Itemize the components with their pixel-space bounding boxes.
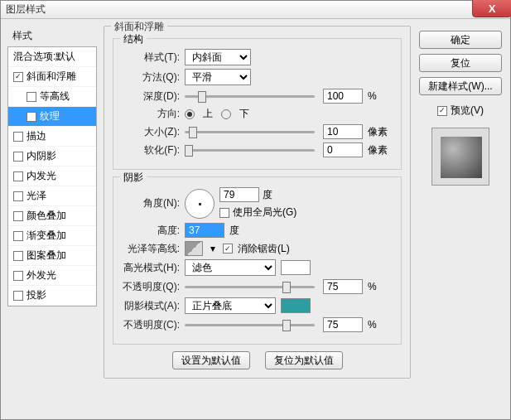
gloss-contour-swatch[interactable] xyxy=(185,241,203,256)
style-item-label: 颜色叠加 xyxy=(27,209,66,223)
style-checkbox[interactable] xyxy=(13,72,23,82)
style-checkbox[interactable] xyxy=(13,251,23,261)
percent-unit: % xyxy=(368,90,393,102)
bevel-group: 斜面和浮雕 结构 样式(T): 内斜面 方法(Q): 平滑 深度(D): xyxy=(104,26,411,379)
antialias-checkbox[interactable] xyxy=(223,244,233,253)
style-item[interactable]: 光泽 xyxy=(8,186,96,206)
gloss-label: 光泽等高线: xyxy=(122,242,180,256)
style-item[interactable]: 内发光 xyxy=(8,167,96,186)
style-checkbox[interactable] xyxy=(13,152,23,162)
highlight-opacity-slider[interactable] xyxy=(185,280,315,293)
style-item-label: 渐变叠加 xyxy=(27,229,66,243)
style-checkbox[interactable] xyxy=(27,92,36,102)
soften-label: 软化(F): xyxy=(122,143,180,157)
style-item-label: 描边 xyxy=(27,129,46,143)
style-item[interactable]: 描边 xyxy=(8,127,96,147)
style-item-label: 等高线 xyxy=(40,89,70,104)
style-item-label: 光泽 xyxy=(27,189,46,203)
style-item[interactable]: 内阴影 xyxy=(8,147,96,167)
shadow-opacity-input[interactable] xyxy=(323,317,363,332)
preview-checkbox[interactable] xyxy=(437,106,447,116)
shadow-mode-combo[interactable]: 正片叠底 xyxy=(185,297,276,314)
style-item[interactable]: 图案叠加 xyxy=(8,246,96,266)
px-unit: 像素 xyxy=(368,125,393,139)
size-label: 大小(Z): xyxy=(122,125,180,139)
style-list: 混合选项:默认斜面和浮雕等高线纹理描边内阴影内发光光泽颜色叠加渐变叠加图案叠加外… xyxy=(7,46,97,307)
style-item[interactable]: 等高线 xyxy=(8,87,96,107)
style-combo[interactable]: 内斜面 xyxy=(185,49,251,65)
angle-dial[interactable] xyxy=(185,189,215,219)
altitude-input[interactable] xyxy=(185,223,224,238)
style-item-label: 内发光 xyxy=(27,169,56,183)
angle-input[interactable] xyxy=(219,187,259,202)
antialias-label: 消除锯齿(L) xyxy=(238,242,290,256)
highlight-color[interactable] xyxy=(281,260,311,275)
styles-sidebar: 样式 混合选项:默认斜面和浮雕等高线纹理描边内阴影内发光光泽颜色叠加渐变叠加图案… xyxy=(7,26,97,413)
dir-up-radio[interactable] xyxy=(185,109,195,119)
angle-label: 角度(N): xyxy=(122,196,180,210)
technique-combo[interactable]: 平滑 xyxy=(185,69,251,85)
titlebar: 图层样式 X xyxy=(1,1,510,19)
style-checkbox[interactable] xyxy=(27,112,36,122)
preview-thumbnail xyxy=(431,128,489,186)
size-slider[interactable] xyxy=(185,125,315,138)
size-input[interactable] xyxy=(323,124,363,139)
style-checkbox[interactable] xyxy=(13,231,23,241)
chevron-down-icon[interactable]: ▾ xyxy=(208,243,218,254)
style-item-label: 图案叠加 xyxy=(27,249,66,263)
soften-input[interactable] xyxy=(323,142,363,157)
layer-style-dialog: 图层样式 X 样式 混合选项:默认斜面和浮雕等高线纹理描边内阴影内发光光泽颜色叠… xyxy=(0,0,511,420)
altitude-label: 高度: xyxy=(122,224,180,238)
style-item[interactable]: 斜面和浮雕 xyxy=(8,67,96,87)
style-item[interactable]: 纹理 xyxy=(8,107,96,127)
shadow-opacity-slider[interactable] xyxy=(185,318,315,331)
highlight-mode-combo[interactable]: 滤色 xyxy=(185,259,276,276)
new-style-button[interactable]: 新建样式(W)... xyxy=(419,77,502,95)
close-button[interactable]: X xyxy=(472,0,511,17)
style-item[interactable]: 颜色叠加 xyxy=(8,206,96,226)
make-default-button[interactable]: 设置为默认值 xyxy=(172,351,250,369)
style-item-label: 斜面和浮雕 xyxy=(27,70,76,84)
shadow-color[interactable] xyxy=(281,298,311,313)
global-light-checkbox[interactable] xyxy=(219,208,229,218)
style-item[interactable]: 投影 xyxy=(8,286,96,306)
style-checkbox[interactable] xyxy=(13,191,23,201)
global-light-label: 使用全局光(G) xyxy=(233,205,296,220)
shading-title: 阴影 xyxy=(120,171,147,185)
shadow-opacity-label: 不透明度(C): xyxy=(122,318,180,332)
style-item-label: 投影 xyxy=(27,288,46,302)
style-checkbox[interactable] xyxy=(13,171,23,181)
style-item-label: 内阴影 xyxy=(27,149,56,163)
highlight-mode-label: 高光模式(H): xyxy=(122,261,180,275)
preview-label: 预览(V) xyxy=(451,104,484,118)
highlight-opacity-input[interactable] xyxy=(323,279,363,294)
window-title: 图层样式 xyxy=(6,2,46,17)
styles-heading: 样式 xyxy=(7,26,97,46)
style-item-label: 混合选项:默认 xyxy=(13,50,75,64)
depth-label: 深度(D): xyxy=(122,89,180,104)
dir-down-radio[interactable] xyxy=(221,109,231,119)
style-item[interactable]: 混合选项:默认 xyxy=(8,47,96,67)
soften-slider[interactable] xyxy=(185,143,315,157)
style-checkbox[interactable] xyxy=(13,132,23,142)
highlight-opacity-label: 不透明度(Q): xyxy=(122,280,180,294)
technique-label: 方法(Q): xyxy=(122,70,180,84)
cancel-button[interactable]: 复位 xyxy=(419,54,502,72)
settings-panel: 斜面和浮雕 结构 样式(T): 内斜面 方法(Q): 平滑 深度(D): xyxy=(104,26,411,413)
direction-label: 方向: xyxy=(122,107,180,121)
ok-button[interactable]: 确定 xyxy=(419,31,502,49)
structure-group: 结构 样式(T): 内斜面 方法(Q): 平滑 深度(D): % xyxy=(113,38,402,170)
action-panel: 确定 复位 新建样式(W)... 预览(V) xyxy=(417,26,504,413)
reset-default-button[interactable]: 复位为默认值 xyxy=(265,351,343,369)
shadow-mode-label: 阴影模式(A): xyxy=(122,299,180,313)
style-checkbox[interactable] xyxy=(13,211,23,221)
style-item[interactable]: 渐变叠加 xyxy=(8,226,96,246)
depth-input[interactable] xyxy=(323,89,363,104)
depth-slider[interactable] xyxy=(185,89,315,103)
style-checkbox[interactable] xyxy=(13,271,23,281)
shading-group: 阴影 角度(N): 度 使用全局光(G) xyxy=(113,176,402,345)
style-item-label: 外发光 xyxy=(27,268,56,282)
style-item[interactable]: 外发光 xyxy=(8,266,96,286)
style-label: 样式(T): xyxy=(122,51,180,65)
style-checkbox[interactable] xyxy=(13,291,23,301)
